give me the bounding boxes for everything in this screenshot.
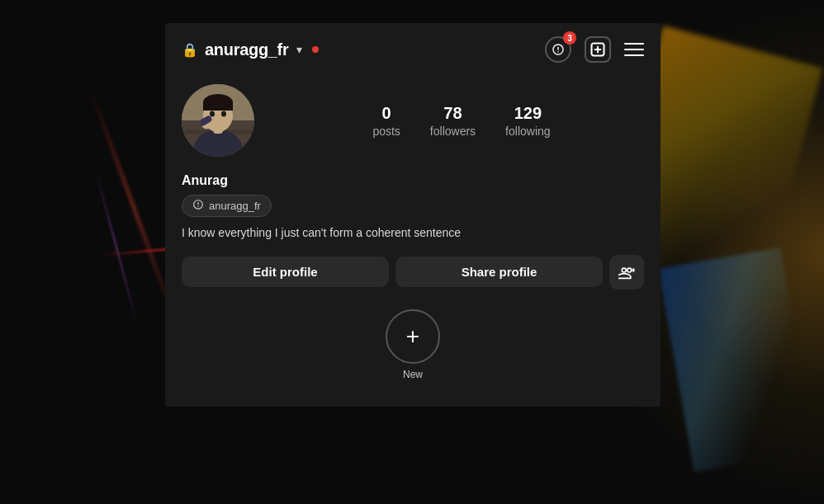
new-story-button[interactable]: +: [386, 309, 440, 364]
activity-dot: [312, 46, 319, 53]
display-name: Anurag: [182, 173, 644, 188]
threads-handle-badge[interactable]: anuragg_fr: [182, 195, 272, 217]
action-buttons: Edit profile Share profile: [182, 255, 644, 290]
avatar-image: [182, 84, 254, 157]
svg-point-14: [221, 111, 226, 117]
chevron-down-icon[interactable]: ▾: [296, 43, 302, 56]
threads-badge-icon: [192, 199, 204, 213]
threads-handle-text: anuragg_fr: [209, 200, 261, 212]
svg-rect-12: [203, 102, 233, 111]
hamburger-line-3: [624, 54, 644, 56]
menu-button[interactable]: [624, 43, 644, 56]
hamburger-line-1: [624, 43, 644, 45]
create-post-button[interactable]: [585, 36, 611, 63]
edit-profile-button[interactable]: Edit profile: [182, 257, 389, 287]
add-person-icon: [618, 265, 635, 280]
stats-container: 0 posts 78 followers 129 following: [279, 104, 644, 138]
notification-badge: 3: [563, 31, 576, 45]
avatar[interactable]: [182, 84, 254, 157]
profile-top: 0 posts 78 followers 129 following: [182, 84, 644, 157]
lock-icon: 🔒: [182, 42, 198, 58]
hamburger-line-2: [624, 49, 644, 50]
following-count: 129: [514, 104, 542, 123]
followers-label: followers: [430, 125, 476, 138]
bg-decoration-purple: [94, 167, 139, 327]
add-friend-button[interactable]: [609, 255, 644, 290]
bg-decoration-red: [90, 90, 177, 323]
svg-point-13: [210, 111, 215, 117]
threads-icon-button[interactable]: 3: [545, 36, 571, 63]
profile-section: 0 posts 78 followers 129 following Anura…: [165, 76, 661, 407]
header-left: 🔒 anuragg_fr ▾: [182, 40, 319, 59]
posts-label: posts: [372, 125, 400, 138]
bio: I know everything I just can't form a co…: [182, 225, 644, 242]
posts-count: 0: [382, 104, 391, 123]
new-story-label: New: [403, 369, 423, 380]
following-stat[interactable]: 129 following: [505, 104, 550, 138]
followers-count: 78: [443, 104, 462, 123]
followers-stat[interactable]: 78 followers: [430, 104, 476, 138]
header-right: 3: [545, 36, 644, 63]
header: 🔒 anuragg_fr ▾ 3: [165, 23, 661, 76]
posts-stat[interactable]: 0 posts: [372, 104, 400, 138]
profile-panel: 🔒 anuragg_fr ▾ 3: [165, 23, 661, 407]
share-profile-button[interactable]: Share profile: [395, 257, 603, 287]
username: anuragg_fr: [205, 40, 288, 59]
new-story-plus-icon: +: [406, 325, 419, 348]
story-section: + New: [182, 309, 644, 393]
following-label: following: [505, 125, 550, 138]
avatar-svg: [182, 84, 254, 157]
